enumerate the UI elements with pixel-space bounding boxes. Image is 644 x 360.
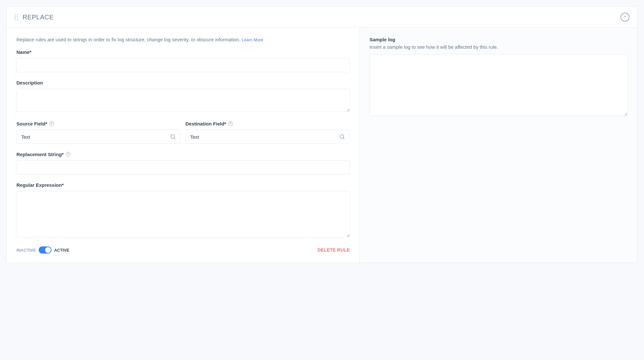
description-textarea[interactable] xyxy=(16,89,350,112)
source-field-search-wrapper xyxy=(16,130,181,144)
card-body: Replace rules are used to strings in ord… xyxy=(7,28,637,263)
name-label: Name* xyxy=(16,49,350,55)
destination-field-input[interactable] xyxy=(185,130,350,144)
intro-text: Replace rules are used to strings in ord… xyxy=(16,37,350,42)
source-field-label: Source Field* ? xyxy=(16,121,181,126)
card-title: REPLACE xyxy=(23,14,54,21)
inactive-label: INACTIVE xyxy=(16,248,36,253)
replacement-string-group: Replacement String* ? xyxy=(16,152,350,175)
toggle-knob xyxy=(45,247,51,253)
source-field-input[interactable] xyxy=(16,130,181,144)
regex-label: Regular Expression* xyxy=(16,182,350,188)
sample-log-title: Sample log xyxy=(370,37,628,42)
name-input[interactable] xyxy=(16,58,350,72)
footer-row: INACTIVE ACTIVE DELETE RULE xyxy=(16,246,350,254)
active-toggle[interactable] xyxy=(39,246,52,254)
toggle-group: INACTIVE ACTIVE xyxy=(16,246,69,254)
sample-log-textarea[interactable] xyxy=(370,54,628,116)
destination-field-label: Destination Field* ? xyxy=(185,121,350,126)
destination-field-search-wrapper xyxy=(185,130,350,144)
regex-textarea[interactable] xyxy=(16,191,350,237)
destination-field-label-text: Destination Field* xyxy=(185,121,226,126)
learn-more-link[interactable]: Learn More xyxy=(242,37,263,42)
help-icon[interactable]: ? xyxy=(66,152,71,157)
right-panel: Sample log Insert a sample log to see ho… xyxy=(360,28,637,263)
description-label: Description xyxy=(16,80,350,85)
collapse-button[interactable] xyxy=(620,13,630,22)
replacement-string-label-text: Replacement String* xyxy=(16,152,64,157)
left-panel: Replace rules are used to strings in ord… xyxy=(7,28,360,263)
destination-field-group: Destination Field* ? xyxy=(185,121,350,144)
replace-rule-card: REPLACE Replace rules are used to string… xyxy=(6,6,638,263)
header-left: REPLACE xyxy=(14,14,54,21)
field-row: Source Field* ? Destination Field* ? xyxy=(16,121,350,152)
description-group: Description xyxy=(16,80,350,113)
help-icon[interactable]: ? xyxy=(228,121,233,126)
replacement-string-input[interactable] xyxy=(16,160,350,175)
name-group: Name* xyxy=(16,49,350,72)
regex-group: Regular Expression* xyxy=(16,182,350,239)
source-field-label-text: Source Field* xyxy=(16,121,47,126)
replacement-string-label: Replacement String* ? xyxy=(16,152,350,157)
active-label: ACTIVE xyxy=(54,248,70,253)
help-icon[interactable]: ? xyxy=(49,121,54,126)
chevron-up-icon xyxy=(623,15,627,20)
intro-description: Replace rules are used to strings in ord… xyxy=(16,37,242,42)
drag-handle-icon[interactable] xyxy=(14,14,18,20)
delete-rule-button[interactable]: DELETE RULE xyxy=(317,247,350,253)
sample-log-subtitle: Insert a sample log to see how it will b… xyxy=(370,44,628,50)
source-field-group: Source Field* ? xyxy=(16,121,181,144)
card-header: REPLACE xyxy=(7,7,637,28)
